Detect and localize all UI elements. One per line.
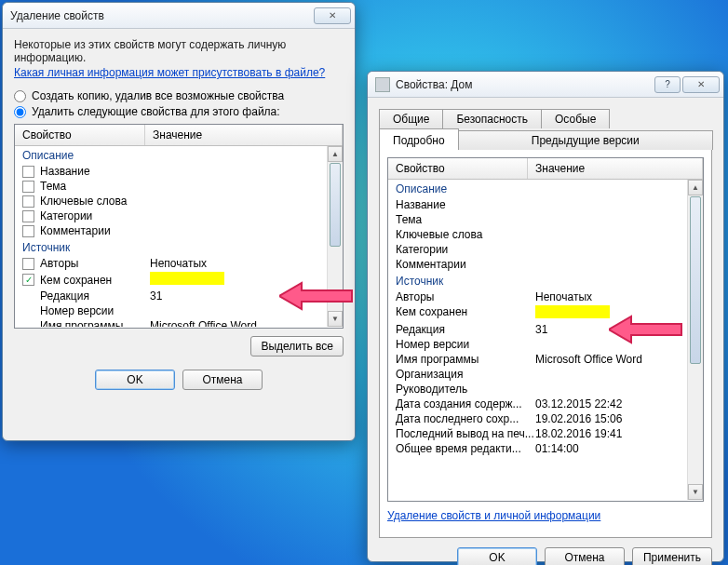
- property-label: Кем сохранен: [40, 274, 150, 287]
- list-item[interactable]: Руководитель: [388, 382, 703, 397]
- help-icon[interactable]: ?: [654, 76, 681, 93]
- list-item[interactable]: Дата последнего сохр...19.02.2016 15:06: [388, 411, 703, 426]
- list-item[interactable]: Комментарии: [15, 223, 343, 238]
- property-value: [535, 243, 695, 256]
- select-all-button[interactable]: Выделить все: [250, 336, 344, 356]
- property-label: Тема: [396, 213, 535, 226]
- checkbox[interactable]: [22, 258, 34, 270]
- list-item[interactable]: Организация: [388, 367, 703, 382]
- property-value: [535, 368, 695, 381]
- list-item[interactable]: Кем сохранен: [388, 304, 703, 322]
- highlight: [535, 305, 610, 318]
- group-description: Описание: [15, 146, 343, 164]
- property-label: Номер версии: [396, 338, 535, 351]
- property-label: Название: [40, 165, 150, 178]
- property-label: Категории: [396, 243, 535, 256]
- list-item[interactable]: Имя программыMicrosoft Office Word: [388, 352, 703, 367]
- list-item[interactable]: Последний вывод на печ...18.02.2016 19:4…: [388, 426, 703, 441]
- scroll-down-icon[interactable]: ▼: [328, 311, 343, 327]
- column-header-property[interactable]: Свойство: [388, 158, 528, 179]
- property-label: Авторы: [396, 290, 535, 303]
- list-item[interactable]: Ключевые слова: [388, 227, 703, 242]
- radio-remove-following[interactable]: Удалить следующие свойства для этого фай…: [14, 105, 344, 118]
- property-label: Кем сохранен: [396, 305, 535, 321]
- radio-create-copy[interactable]: Создать копию, удалив все возможные свой…: [14, 89, 344, 102]
- list-item[interactable]: Имя программыMicrosoft Office Word: [15, 318, 343, 327]
- cancel-button[interactable]: Отмена: [182, 370, 263, 390]
- column-header-value[interactable]: Значение: [528, 158, 703, 179]
- list-item[interactable]: Название: [15, 164, 343, 179]
- property-value: [150, 272, 335, 288]
- column-header-property[interactable]: Свойство: [15, 125, 145, 145]
- details-property-list: Свойство Значение Описание НазваниеТемаК…: [387, 157, 704, 502]
- checkbox[interactable]: [22, 195, 34, 208]
- apply-button[interactable]: Применить: [632, 547, 712, 565]
- property-value: [535, 198, 695, 211]
- window-title: Свойства: Дом: [396, 78, 654, 91]
- list-item[interactable]: Тема: [388, 212, 703, 227]
- scrollbar[interactable]: ▲ ▼: [327, 146, 343, 327]
- list-item[interactable]: Категории: [15, 209, 343, 223]
- property-label: Имя программы: [40, 319, 150, 327]
- property-value: 01:14:00: [535, 442, 695, 455]
- list-item[interactable]: Общее время редакти...01:14:00: [388, 441, 703, 456]
- list-item[interactable]: Номер версии: [15, 303, 343, 318]
- close-icon[interactable]: ✕: [682, 76, 720, 93]
- tab-previous-versions[interactable]: Предыдущие версии: [458, 130, 713, 150]
- scroll-thumb[interactable]: [330, 163, 341, 247]
- list-item[interactable]: Тема: [15, 179, 343, 194]
- scroll-up-icon[interactable]: ▲: [328, 146, 343, 162]
- property-label: Дата последнего сохр...: [396, 412, 535, 425]
- tab-custom[interactable]: Особые: [541, 109, 610, 128]
- checkbox[interactable]: [22, 210, 34, 222]
- scroll-down-icon[interactable]: ▼: [688, 484, 703, 500]
- property-label: Номер версии: [40, 304, 150, 317]
- property-label: Комментарии: [396, 258, 535, 271]
- checkbox[interactable]: [22, 225, 34, 237]
- titlebar[interactable]: Удаление свойств ✕: [3, 3, 355, 29]
- list-item[interactable]: Номер версии: [388, 337, 703, 352]
- tab-security[interactable]: Безопасность: [442, 109, 542, 128]
- radio-input[interactable]: [14, 106, 26, 118]
- radio-label: Удалить следующие свойства для этого фай…: [32, 105, 280, 118]
- radio-input[interactable]: [14, 90, 26, 102]
- property-label: Категории: [40, 209, 150, 222]
- ok-button[interactable]: OK: [457, 547, 537, 565]
- scroll-up-icon[interactable]: ▲: [688, 180, 703, 195]
- tab-general[interactable]: Общие: [379, 109, 443, 128]
- list-item[interactable]: Комментарии: [388, 257, 703, 272]
- list-item[interactable]: АвторыНепочатых: [15, 256, 343, 271]
- scroll-thumb[interactable]: [690, 196, 701, 364]
- tab-details[interactable]: Подробно: [379, 128, 459, 150]
- list-item[interactable]: АвторыНепочатых: [388, 289, 703, 304]
- list-item[interactable]: Редакция31: [15, 289, 343, 303]
- property-label: Общее время редакти...: [396, 442, 535, 455]
- scrollbar[interactable]: ▲ ▼: [687, 180, 703, 500]
- column-header-value[interactable]: Значение: [145, 125, 343, 145]
- list-item[interactable]: Дата создания содерж...03.12.2015 22:42: [388, 397, 703, 411]
- checkbox[interactable]: [22, 274, 34, 286]
- property-value: 31: [535, 323, 695, 336]
- titlebar[interactable]: Свойства: Дом ? ✕: [368, 72, 723, 98]
- property-label: Название: [396, 198, 535, 211]
- checkbox[interactable]: [22, 181, 34, 193]
- list-item[interactable]: Кем сохранен: [15, 271, 343, 289]
- property-value: [535, 228, 695, 241]
- privacy-info-link[interactable]: Какая личная информация может присутство…: [14, 66, 325, 79]
- close-icon[interactable]: ✕: [314, 7, 351, 24]
- ok-button[interactable]: OK: [95, 370, 175, 390]
- group-description: Описание: [388, 180, 703, 197]
- remove-properties-link[interactable]: Удаление свойств и личной информации: [387, 509, 600, 522]
- cancel-button[interactable]: Отмена: [545, 547, 625, 565]
- intro-text: Некоторые из этих свойств могут содержат…: [14, 38, 344, 64]
- list-item[interactable]: Название: [388, 197, 703, 212]
- property-label: Дата создания содерж...: [396, 397, 535, 410]
- checkbox[interactable]: [22, 166, 34, 178]
- list-item[interactable]: Категории: [388, 242, 703, 257]
- list-item[interactable]: Ключевые слова: [15, 194, 343, 209]
- property-label: Комментарии: [40, 224, 150, 237]
- property-label: Редакция: [40, 289, 150, 303]
- property-label: Тема: [40, 180, 150, 193]
- list-item[interactable]: Редакция31: [388, 322, 703, 337]
- property-value: Microsoft Office Word: [535, 353, 695, 366]
